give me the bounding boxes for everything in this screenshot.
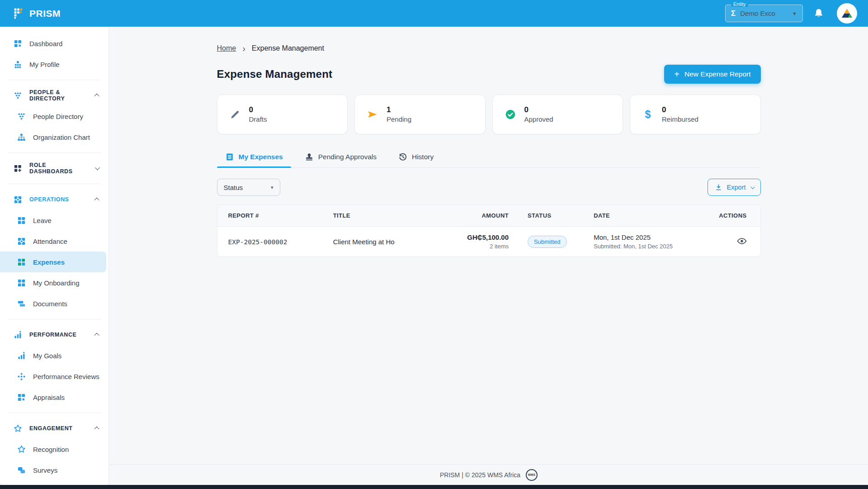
sidebar-item-weekly-reports[interactable]: Weekly Reports xyxy=(0,480,108,485)
sidebar-item-my-profile[interactable]: My Profile xyxy=(0,54,108,75)
stat-card-drafts: 0 Drafts xyxy=(217,95,348,134)
sidebar-item-people-directory[interactable]: People Directory xyxy=(0,106,108,127)
entity-select[interactable]: Entity Σ Demo Exco ▼ xyxy=(725,5,803,22)
avatar-triangle-logo-icon xyxy=(841,8,853,19)
chevron-down-icon xyxy=(95,165,100,170)
send-icon xyxy=(367,109,378,119)
breadcrumb-home-link[interactable]: Home xyxy=(217,44,236,52)
stat-cards: 0 Drafts 1 Pending 0 Approved $ 0 Reimbu… xyxy=(217,95,761,134)
main-content: Home › Expense Management Expense Manage… xyxy=(109,27,868,485)
sidebar-item-organization-chart[interactable]: Organization Chart xyxy=(0,127,108,147)
reviews-icon xyxy=(17,372,26,381)
sidebar-item-label: Expenses xyxy=(33,258,65,266)
history-icon xyxy=(398,152,407,161)
brand-logo[interactable]: PRISM xyxy=(14,8,61,19)
stat-value: 1 xyxy=(387,105,411,115)
column-header-amount: AMOUNT xyxy=(429,205,516,227)
sidebar-item-label: People Directory xyxy=(33,113,83,120)
check-circle-icon xyxy=(505,109,516,120)
table-row[interactable]: EXP-2025-000002 Client Meeting at Ho GH₵… xyxy=(217,227,760,257)
stat-label: Pending xyxy=(387,115,411,124)
column-header-date: DATE xyxy=(586,205,706,227)
sidebar-item-label: Leave xyxy=(33,217,52,224)
plus-icon: + xyxy=(674,70,679,79)
breadcrumb: Home › Expense Management xyxy=(217,44,761,53)
report-submitted-date: Submitted: Mon, 1st Dec 2025 xyxy=(594,243,698,250)
sidebar-divider xyxy=(7,413,101,413)
sidebar-item-recognition[interactable]: Recognition xyxy=(0,439,108,460)
report-amount: GH₵5,100.00 xyxy=(436,233,509,241)
prism-logo-icon xyxy=(14,8,25,19)
sigma-icon: Σ xyxy=(731,9,736,18)
sidebar-item-label: Recognition xyxy=(33,446,69,453)
tab-pending-approvals[interactable]: Pending Approvals xyxy=(297,148,385,167)
sidebar-section-performance[interactable]: PERFORMANCE xyxy=(0,324,108,345)
sidebar-item-attendance[interactable]: Attendance xyxy=(0,231,108,252)
surveys-icon xyxy=(17,466,26,475)
user-avatar[interactable] xyxy=(837,3,857,24)
column-header-status: STATUS xyxy=(516,205,586,227)
stat-label: Reimbursed xyxy=(662,115,698,124)
report-items-count: 2 items xyxy=(436,243,509,250)
report-title: Client Meeting at Ho xyxy=(326,227,429,257)
sidebar-item-my-onboarding[interactable]: My Onboarding xyxy=(0,272,108,293)
export-button[interactable]: Export xyxy=(708,179,761,196)
sidebar-item-performance-reviews[interactable]: Performance Reviews xyxy=(0,366,108,387)
pencil-icon xyxy=(230,109,241,120)
role-dashboards-icon xyxy=(14,164,22,173)
sidebar-item-label: Organization Chart xyxy=(33,133,90,141)
new-expense-report-button[interactable]: + New Expense Report xyxy=(664,65,760,84)
sidebar-item-expenses[interactable]: Expenses xyxy=(0,252,106,272)
sidebar-nav: Dashboard My Profile PEOPLE & DIRECTORY … xyxy=(0,27,109,485)
leave-icon xyxy=(17,216,26,225)
download-icon xyxy=(715,184,722,191)
sidebar-section-label: PERFORMANCE xyxy=(29,332,77,338)
sidebar-item-my-goals[interactable]: My Goals xyxy=(0,345,108,366)
tab-my-expenses[interactable]: My Expenses xyxy=(217,148,291,167)
goals-icon xyxy=(17,351,26,360)
people-directory-icon xyxy=(17,112,26,121)
sidebar-section-label: ENGAGEMENT xyxy=(29,425,73,432)
sidebar-section-engagement[interactable]: ENGAGEMENT xyxy=(0,418,108,439)
tab-label: My Expenses xyxy=(239,153,283,161)
column-header-actions: ACTIONS xyxy=(706,205,760,227)
recognition-icon xyxy=(17,445,26,454)
sidebar-item-appraisals[interactable]: Appraisals xyxy=(0,387,108,408)
entity-select-label: Entity xyxy=(731,1,748,7)
stat-value: 0 xyxy=(662,105,698,115)
sidebar-section-people-directory[interactable]: PEOPLE & DIRECTORY xyxy=(0,85,108,106)
sidebar-item-label: Documents xyxy=(33,300,67,308)
column-header-title: TITLE xyxy=(326,205,429,227)
chevron-up-icon xyxy=(94,427,99,432)
stat-card-approved: 0 Approved xyxy=(492,95,623,134)
sidebar-item-surveys[interactable]: Surveys xyxy=(0,460,108,480)
sidebar-item-dashboard[interactable]: Dashboard xyxy=(0,33,108,54)
tab-label: Pending Approvals xyxy=(318,153,377,161)
sidebar-item-label: My Profile xyxy=(29,61,60,68)
sidebar-item-documents[interactable]: Documents xyxy=(0,293,108,314)
footer-text: PRISM | © 2025 WMS Africa xyxy=(440,471,520,479)
dropdown-arrow-icon: ▾ xyxy=(271,185,274,190)
sidebar-item-leave[interactable]: Leave xyxy=(0,210,108,231)
sidebar-item-label: Dashboard xyxy=(29,40,62,47)
sidebar-section-operations[interactable]: OPERATIONS xyxy=(0,189,108,210)
status-filter-select[interactable]: Status ▾ xyxy=(217,179,280,196)
breadcrumb-current: Expense Management xyxy=(252,44,324,52)
view-report-button[interactable] xyxy=(737,238,747,244)
stat-label: Approved xyxy=(524,115,553,124)
engagement-icon xyxy=(14,424,22,433)
sidebar-section-role-dashboards[interactable]: ROLE DASHBOARDS xyxy=(0,158,108,179)
operations-icon xyxy=(14,195,22,204)
export-label: Export xyxy=(727,184,746,191)
top-header-bar: PRISM Entity Σ Demo Exco ▼ xyxy=(0,0,868,27)
tab-label: History xyxy=(412,153,434,161)
notifications-button[interactable] xyxy=(813,8,825,19)
new-expense-report-label: New Expense Report xyxy=(684,70,750,78)
footer: PRISM | © 2025 WMS Africa WMS xyxy=(109,464,868,485)
appraisals-icon xyxy=(17,393,26,402)
sidebar-section-label: OPERATIONS xyxy=(29,196,69,203)
brand-name: PRISM xyxy=(29,8,61,19)
people-directory-section-icon xyxy=(14,91,22,100)
tab-history[interactable]: History xyxy=(390,148,442,167)
bell-icon xyxy=(813,8,825,19)
